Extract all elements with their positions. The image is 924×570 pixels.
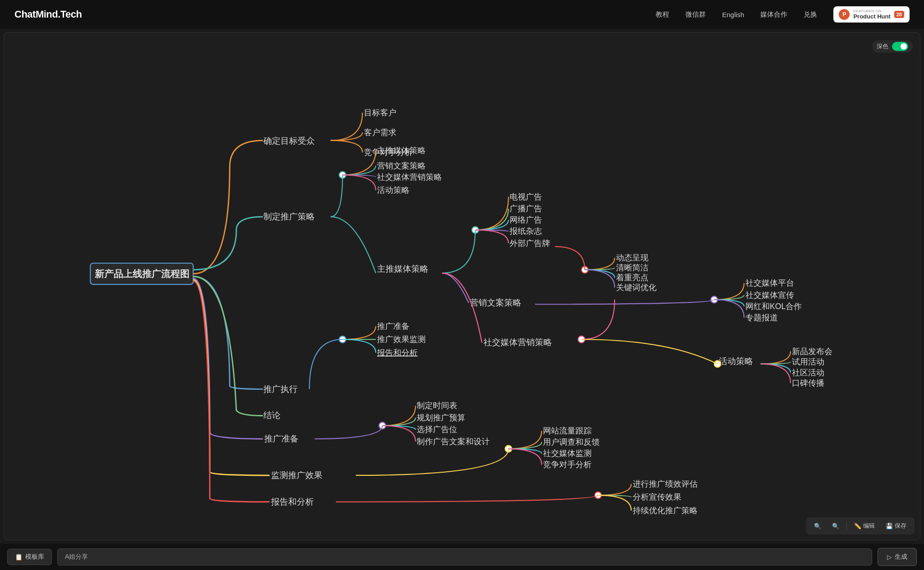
svg-text:活动策略: 活动策略 xyxy=(377,186,409,195)
toolbar-divider xyxy=(846,521,847,530)
svg-text:竞争对手分析: 竞争对手分析 xyxy=(543,460,592,469)
template-button[interactable]: 📋 模板库 xyxy=(7,549,52,565)
svg-text:报告和分析: 报告和分析 xyxy=(271,497,314,506)
ph-count: 28 xyxy=(894,11,904,18)
svg-text:专题报道: 专题报道 xyxy=(745,313,778,322)
svg-text:结论: 结论 xyxy=(263,410,280,420)
svg-text:口碑传播: 口碑传播 xyxy=(792,378,824,388)
bottom-bar: 📋 模板库 ▷ 生成 xyxy=(0,544,924,570)
svg-text:报告和分析: 报告和分析 xyxy=(377,348,418,357)
save-icon: 💾 xyxy=(886,523,893,529)
svg-text:进行推广绩效评估: 进行推广绩效评估 xyxy=(633,479,698,488)
mindmap-svg: .node-text { fill: #e0e0e0; font-size: 1… xyxy=(4,33,920,540)
svg-text:清晰简洁: 清晰简洁 xyxy=(616,263,648,272)
svg-text:社交媒体宣传: 社交媒体宣传 xyxy=(745,291,794,300)
canvas-toolbar: 🔍 🔍 ✏️ 编辑 💾 保存 xyxy=(806,517,915,534)
svg-text:用户调查和反馈: 用户调查和反馈 xyxy=(543,438,600,447)
ph-featured-label: FEATURED ON xyxy=(853,9,890,13)
edit-button[interactable]: ✏️ 编辑 xyxy=(850,520,878,532)
svg-text:营销文案策略: 营销文案策略 xyxy=(470,298,521,307)
nav-redeem[interactable]: 兑换 xyxy=(804,10,817,19)
svg-text:社交媒体监测: 社交媒体监测 xyxy=(543,449,592,458)
svg-text:社区活动: 社区活动 xyxy=(792,368,824,377)
nav-english[interactable]: English xyxy=(722,11,744,18)
product-hunt-badge[interactable]: P FEATURED ON Product Hunt 28 xyxy=(833,6,910,23)
svg-text:分析宣传效果: 分析宣传效果 xyxy=(633,492,681,502)
generate-button[interactable]: ▷ 生成 xyxy=(878,548,917,566)
header: ChatMind.Tech 教程 微信群 English 媒体合作 兑换 P F… xyxy=(0,0,924,29)
zoom-out-icon: 🔍 xyxy=(832,523,839,529)
main: 深色 .node-text { fill: #e0e0e0; font-size… xyxy=(0,29,924,570)
prompt-input[interactable] xyxy=(57,548,872,565)
svg-text:选择广告位: 选择广告位 xyxy=(417,425,457,434)
svg-text:社交媒体营销策略: 社交媒体营销策略 xyxy=(377,173,442,182)
svg-text:主推媒体策略: 主推媒体策略 xyxy=(377,264,428,274)
svg-text:活动策略: 活动策略 xyxy=(719,356,753,366)
dark-mode-toggle[interactable]: 深色 xyxy=(872,40,913,53)
nav-tutorial[interactable]: 教程 xyxy=(656,10,669,19)
svg-text:客户需求: 客户需求 xyxy=(364,128,396,137)
svg-text:社交媒体平台: 社交媒体平台 xyxy=(745,278,794,287)
svg-text:关键词优化: 关键词优化 xyxy=(616,283,657,292)
svg-text:推广准备: 推广准备 xyxy=(264,434,299,443)
svg-text:持续优化推广策略: 持续优化推广策略 xyxy=(633,506,698,515)
svg-text:着重亮点: 着重亮点 xyxy=(616,273,648,282)
nav: 教程 微信群 English 媒体合作 兑换 P FEATURED ON Pro… xyxy=(656,6,910,23)
svg-text:广播广告: 广播广告 xyxy=(510,204,542,213)
svg-text:网红和KOL合作: 网红和KOL合作 xyxy=(745,302,802,311)
svg-text:推广效果监测: 推广效果监测 xyxy=(377,335,426,344)
zoom-out-button[interactable]: 🔍 xyxy=(828,521,843,531)
svg-text:报纸杂志: 报纸杂志 xyxy=(509,227,542,236)
toggle-switch[interactable] xyxy=(892,42,908,51)
nav-media[interactable]: 媒体合作 xyxy=(760,10,787,19)
svg-text:新品发布会: 新品发布会 xyxy=(792,347,832,356)
svg-text:制作广告文案和设计: 制作广告文案和设计 xyxy=(417,437,490,446)
svg-text:网站流量跟踪: 网站流量跟踪 xyxy=(543,426,592,435)
svg-text:规划推广预算: 规划推广预算 xyxy=(417,413,465,422)
svg-text:监测推广效果: 监测推广效果 xyxy=(271,470,322,480)
svg-text:试用活动: 试用活动 xyxy=(792,357,824,366)
logo: ChatMind.Tech xyxy=(14,9,82,20)
svg-text:网络广告: 网络广告 xyxy=(510,215,542,224)
ph-logo-icon: P xyxy=(839,9,850,20)
edit-icon: ✏️ xyxy=(854,523,861,529)
svg-text:营销文案策略: 营销文案策略 xyxy=(377,161,426,170)
svg-text:制定推广策略: 制定推广策略 xyxy=(263,212,315,221)
svg-text:新产品上线推广流程图: 新产品上线推广流程图 xyxy=(95,269,189,279)
svg-text:主推媒体策略: 主推媒体策略 xyxy=(377,146,426,155)
svg-text:确定目标受众: 确定目标受众 xyxy=(263,136,315,146)
svg-text:社交媒体营销策略: 社交媒体营销策略 xyxy=(483,337,552,347)
zoom-in-icon: 🔍 xyxy=(814,523,821,529)
zoom-in-button[interactable]: 🔍 xyxy=(810,521,825,531)
svg-text:电视广告: 电视广告 xyxy=(510,192,542,201)
svg-text:动态呈现: 动态呈现 xyxy=(616,253,648,262)
template-icon: 📋 xyxy=(15,553,23,561)
canvas-area[interactable]: 深色 .node-text { fill: #e0e0e0; font-size… xyxy=(4,32,920,540)
save-button[interactable]: 💾 保存 xyxy=(882,520,910,532)
svg-text:制定时间表: 制定时间表 xyxy=(417,401,457,410)
dark-mode-label: 深色 xyxy=(877,42,888,50)
svg-text:目标客户: 目标客户 xyxy=(364,108,396,117)
svg-text:推广执行: 推广执行 xyxy=(263,384,298,394)
nav-wechat[interactable]: 微信群 xyxy=(685,10,706,19)
svg-text:外部广告牌: 外部广告牌 xyxy=(510,239,550,248)
generate-icon: ▷ xyxy=(887,553,892,561)
ph-name: Product Hunt xyxy=(853,13,890,20)
svg-text:推广准备: 推广准备 xyxy=(377,322,409,331)
